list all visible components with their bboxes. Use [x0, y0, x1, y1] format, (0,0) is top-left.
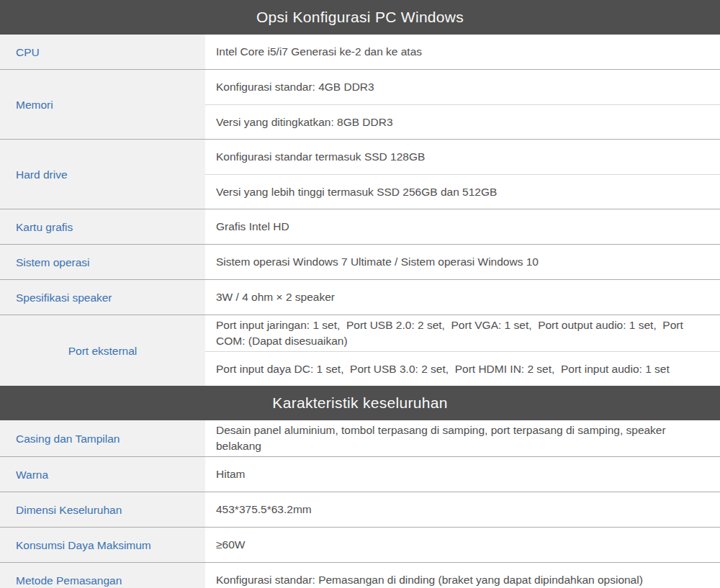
spec-value: Konfigurasi standar: Pemasangan di dindi…: [205, 563, 720, 588]
spec-value: Intel Core i5/i7 Generasi ke-2 dan ke at…: [205, 35, 720, 69]
spec-value: ≥60W: [205, 528, 720, 562]
spec-value: Desain panel aluminium, tombol terpasang…: [205, 420, 720, 456]
spec-value: Sistem operasi Windows 7 Ultimate / Sist…: [205, 245, 720, 279]
spec-value-column: Desain panel aluminium, tombol terpasang…: [205, 420, 720, 456]
spec-row-group: Port eksternalPort input jaringan: 1 set…: [0, 315, 720, 386]
spec-row-group: Sistem operasiSistem operasi Windows 7 U…: [0, 244, 720, 279]
spec-row-group: Hard driveKonfigurasi standar termasuk S…: [0, 139, 720, 209]
spec-row-group: Metode PemasanganKonfigurasi standar: Pe…: [0, 562, 720, 588]
spec-row-group: Casing dan TampilanDesain panel aluminiu…: [0, 420, 720, 456]
section-header-karakteristik: Karakteristik keseluruhan: [0, 386, 720, 420]
spec-label: Memori: [0, 70, 205, 139]
spec-row-group: Dimensi Keseluruhan453*375.5*63.2mm: [0, 492, 720, 527]
spec-value-column: ≥60W: [205, 528, 720, 562]
section-groups-karakteristik: Casing dan TampilanDesain panel aluminiu…: [0, 420, 720, 588]
spec-section-konfigurasi: Opsi Konfigurasi PC Windows CPUIntel Cor…: [0, 0, 720, 386]
spec-label: Hard drive: [0, 140, 205, 209]
spec-value-column: Sistem operasi Windows 7 Ultimate / Sist…: [205, 245, 720, 279]
spec-value-column: Port input jaringan: 1 set, Port USB 2.0…: [205, 315, 720, 386]
spec-label: Konsumsi Daya Maksimum: [0, 528, 205, 562]
spec-value: Port input jaringan: 1 set, Port USB 2.0…: [205, 315, 720, 351]
spec-label: Spesifikasi speaker: [0, 280, 205, 315]
spec-section-karakteristik: Karakteristik keseluruhan Casing dan Tam…: [0, 386, 720, 588]
spec-label: Port eksternal: [0, 315, 205, 386]
spec-label: Kartu grafis: [0, 209, 205, 244]
spec-row-group: Spesifikasi speaker3W / 4 ohm × 2 speake…: [0, 279, 720, 315]
spec-value-column: Konfigurasi standar: Pemasangan di dindi…: [205, 563, 720, 588]
section-groups-konfigurasi: CPUIntel Core i5/i7 Generasi ke-2 dan ke…: [0, 35, 720, 386]
spec-label: Casing dan Tampilan: [0, 420, 205, 456]
spec-label: Sistem operasi: [0, 245, 205, 279]
spec-label: Metode Pemasangan: [0, 563, 205, 588]
spec-value: 453*375.5*63.2mm: [205, 492, 720, 527]
spec-row-group: Kartu grafisGrafis Intel HD: [0, 209, 720, 244]
spec-value: Konfigurasi standar termasuk SSD 128GB: [205, 140, 720, 174]
spec-value: Grafis Intel HD: [205, 209, 720, 244]
spec-label: Dimensi Keseluruhan: [0, 492, 205, 527]
spec-value: Port input daya DC: 1 set, Port USB 3.0:…: [205, 351, 720, 386]
spec-label: CPU: [0, 35, 205, 69]
spec-row-group: MemoriKonfigurasi standar: 4GB DDR3Versi…: [0, 69, 720, 139]
spec-row-group: Konsumsi Daya Maksimum≥60W: [0, 527, 720, 562]
spec-value: Konfigurasi standar: 4GB DDR3: [205, 70, 720, 104]
spec-label: Warna: [0, 457, 205, 492]
spec-value: Hitam: [205, 457, 720, 492]
spec-value: Versi yang ditingkatkan: 8GB DDR3: [205, 104, 720, 139]
spec-value-column: 3W / 4 ohm × 2 speaker: [205, 280, 720, 315]
spec-table: Opsi Konfigurasi PC Windows CPUIntel Cor…: [0, 0, 720, 588]
section-header-konfigurasi: Opsi Konfigurasi PC Windows: [0, 0, 720, 35]
spec-value-column: Konfigurasi standar: 4GB DDR3Versi yang …: [205, 70, 720, 139]
spec-value: 3W / 4 ohm × 2 speaker: [205, 280, 720, 315]
spec-row-group: CPUIntel Core i5/i7 Generasi ke-2 dan ke…: [0, 35, 720, 69]
spec-value-column: Konfigurasi standar termasuk SSD 128GBVe…: [205, 140, 720, 209]
spec-value-column: Grafis Intel HD: [205, 209, 720, 244]
spec-value: Versi yang lebih tinggi termasuk SSD 256…: [205, 174, 720, 209]
spec-value-column: 453*375.5*63.2mm: [205, 492, 720, 527]
spec-value-column: Intel Core i5/i7 Generasi ke-2 dan ke at…: [205, 35, 720, 69]
spec-value-column: Hitam: [205, 457, 720, 492]
spec-row-group: WarnaHitam: [0, 456, 720, 492]
